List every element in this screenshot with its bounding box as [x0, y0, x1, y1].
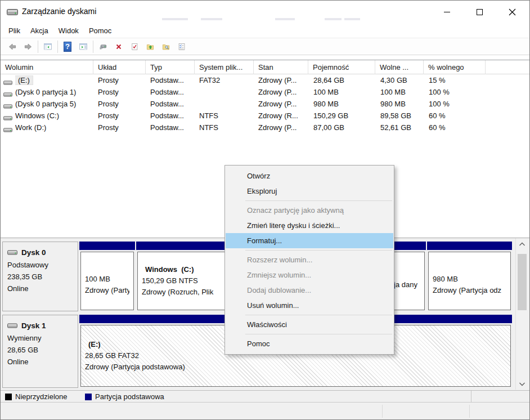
column-header-typ[interactable]: Typ	[146, 60, 195, 74]
action-pane-icon	[79, 42, 87, 52]
console-tree-icon	[44, 42, 52, 52]
folder-search-icon	[162, 41, 170, 52]
show-action-pane-button[interactable]	[76, 40, 91, 53]
primary-partition-strip	[79, 242, 135, 250]
menu-item-rozszerz-wolumin: Rozszerz wolumin...	[225, 252, 394, 267]
volume-row-work-d[interactable]: Work (D:) Prosty Podstaw... NTFS Zdrowy …	[1, 122, 530, 133]
delete-x-icon	[115, 41, 123, 52]
legend-bar: Nieprzydzielone Partycja podstawowa	[1, 390, 529, 403]
scroll-down-arrow-icon[interactable]	[516, 379, 528, 388]
context-menu: Otwórz Eksploruj Oznacz partycję jako ak…	[224, 165, 394, 355]
open-button[interactable]	[143, 40, 158, 53]
menu-separator	[245, 334, 392, 334]
menubar: Plik Akcja Widok Pomoc	[1, 23, 529, 38]
legend-divider	[471, 391, 471, 403]
minimize-button[interactable]	[434, 1, 460, 23]
minimize-icon	[444, 12, 450, 12]
disk-icon	[7, 323, 17, 328]
mark-active-button[interactable]	[127, 40, 142, 53]
app-disk-icon	[7, 8, 18, 16]
properties-button[interactable]	[174, 40, 189, 53]
menu-separator	[245, 250, 392, 251]
volume-row-dysk0-part5[interactable]: (Dysk 0 partycja 5) Prosty Podstaw... Zd…	[1, 98, 530, 110]
disk0-type: Podstawowy	[7, 259, 78, 271]
column-header-procent-wolnego[interactable]: % wolnego	[424, 60, 486, 74]
help-button[interactable]: ?	[60, 40, 75, 53]
menu-item-eksploruj[interactable]: Eksploruj	[225, 184, 394, 199]
partition-dysk0-system[interactable]: 100 MB Zdrowy (Partycja	[79, 242, 135, 311]
unallocated-color-swatch	[5, 394, 12, 400]
close-icon	[509, 8, 516, 16]
maximize-button[interactable]	[466, 1, 492, 23]
close-button[interactable]	[499, 1, 525, 23]
back-button[interactable]	[5, 40, 20, 53]
column-header-wolne[interactable]: Wolne ...	[375, 60, 424, 74]
disk1-status: Online	[7, 356, 78, 368]
menu-separator	[245, 315, 392, 315]
toolbar-separator	[93, 41, 93, 53]
disk1-type: Wymienny	[7, 332, 78, 344]
screen-artifact	[344, 18, 360, 20]
statusbar-divider	[382, 405, 383, 418]
scroll-up-arrow-icon[interactable]	[516, 239, 528, 249]
volume-row-dysk0-part1[interactable]: (Dysk 0 partycja 1) Prosty Podstaw... Zd…	[1, 86, 530, 98]
menu-plik[interactable]: Plik	[3, 25, 25, 37]
window-title: Zarządzanie dyskami	[22, 7, 96, 16]
forward-icon	[24, 41, 32, 52]
volume-icon	[3, 78, 12, 83]
column-header-uklad[interactable]: Układ	[93, 60, 146, 74]
menu-item-zmien-litere[interactable]: Zmień literę dysku i ścieżki...	[225, 218, 394, 233]
rescan-disks-button[interactable]	[96, 40, 110, 53]
disk0-name: Dysk 0	[21, 248, 46, 257]
volume-icon	[3, 102, 12, 106]
delete-volume-button[interactable]	[111, 40, 126, 53]
disk1-name: Dysk 1	[21, 321, 46, 330]
disk0-size: 238,35 GB	[7, 271, 78, 283]
titlebar: Zarządzanie dyskami	[1, 1, 529, 23]
menu-item-wlasciwosci[interactable]: Właściwości	[225, 317, 394, 332]
statusbar	[1, 403, 529, 420]
rescan-disks-icon	[99, 41, 107, 52]
volume-icon	[3, 114, 12, 118]
pane-scrollbar[interactable]	[515, 238, 528, 390]
folder-up-arrow-icon	[146, 41, 154, 52]
toolbar: ?	[1, 38, 529, 55]
column-header-pojemnosc[interactable]: Pojemność	[308, 60, 375, 74]
screen-artifact	[325, 18, 342, 20]
primary-partition-color-swatch	[85, 394, 92, 400]
volume-list: (E:) Prosty Podstaw... FAT32 Zdrowy (P..…	[1, 74, 530, 133]
volume-icon	[3, 90, 12, 95]
column-header-system-plikow[interactable]: System plik...	[195, 60, 254, 74]
legend-unallocated-label: Nieprzydzielone	[15, 392, 68, 401]
column-header-stan[interactable]: Stan	[254, 60, 308, 74]
menu-widok[interactable]: Widok	[53, 25, 84, 37]
menu-item-pomoc[interactable]: Pomoc	[225, 336, 394, 351]
volume-row-e[interactable]: (E:) Prosty Podstaw... FAT32 Zdrowy (P..…	[1, 74, 530, 86]
disk1-panel[interactable]: Dysk 1 Wymienny 28,65 GB Online	[2, 315, 78, 388]
partition-recovery[interactable]: 980 MB Zdrowy (Partycja odz	[427, 242, 512, 311]
check-page-icon	[131, 41, 138, 52]
scrollbar-thumb[interactable]	[518, 254, 527, 310]
menu-pomoc[interactable]: Pomoc	[84, 25, 116, 37]
maximize-icon	[477, 9, 483, 15]
menu-item-formatuj[interactable]: Formatuj...	[226, 233, 393, 248]
disk1-size: 28,65 GB	[7, 344, 78, 356]
screen-artifact	[201, 18, 222, 20]
disk0-panel[interactable]: Dysk 0 Podstawowy 238,35 GB Online	[2, 242, 78, 311]
column-header-wolumin[interactable]: Wolumin	[1, 60, 93, 74]
show-console-tree-button[interactable]	[41, 40, 55, 53]
volume-icon	[3, 126, 12, 130]
volume-row-windows-c[interactable]: Windows (C:) Prosty Podstaw... NTFS Zdro…	[1, 110, 530, 122]
toolbar-separator	[38, 41, 38, 53]
menu-akcja[interactable]: Akcja	[25, 25, 53, 37]
explore-button[interactable]	[159, 40, 173, 53]
disk-management-window: Zarządzanie dyskami Plik Akcja Widok Pom…	[0, 0, 530, 420]
selected-volume-label: (E:)	[15, 76, 33, 84]
statusbar-divider	[469, 405, 470, 418]
menu-item-usun-wolumin[interactable]: Usuń wolumin...	[225, 298, 394, 313]
menu-item-otworz[interactable]: Otwórz	[225, 168, 394, 184]
forward-button[interactable]	[21, 40, 35, 53]
checklist-icon	[178, 41, 186, 52]
disk0-status: Online	[7, 283, 78, 294]
volume-list-header: Wolumin Układ Typ System plik... Stan Po…	[1, 60, 530, 74]
